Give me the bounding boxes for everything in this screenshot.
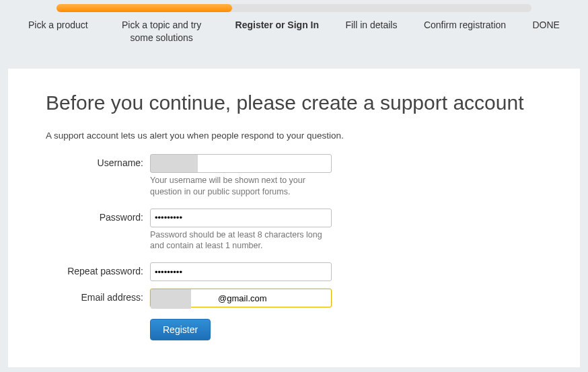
page-subtext: A support account lets us alert you when…: [46, 131, 542, 141]
step-done: DONE: [532, 19, 559, 44]
password-label: Password:: [46, 209, 150, 223]
step-pick-topic: Pick a topic and try some solutions: [114, 19, 209, 44]
email-input[interactable]: [150, 289, 332, 307]
step-confirm: Confirm registration: [424, 19, 506, 44]
step-pick-product: Pick a product: [28, 19, 88, 44]
progress-steps: Pick a product Pick a topic and try some…: [28, 19, 560, 44]
register-button[interactable]: Register: [150, 319, 211, 340]
password-hint: Password should be at least 8 characters…: [150, 229, 332, 252]
repeat-password-input[interactable]: [150, 262, 332, 281]
repeat-password-label: Repeat password:: [46, 262, 150, 276]
step-fill-details: Fill in details: [345, 19, 397, 44]
page-title: Before you continue, please create a sup…: [46, 91, 542, 114]
step-register: Register or Sign In: [235, 19, 319, 44]
progress-track: [57, 4, 531, 12]
username-label: Username:: [46, 154, 150, 168]
email-label: Email address:: [46, 289, 150, 303]
progress-fill: [57, 4, 232, 12]
register-card: Before you continue, please create a sup…: [8, 69, 580, 368]
username-input[interactable]: [150, 154, 332, 173]
username-hint: Your username will be shown next to your…: [150, 175, 332, 198]
password-input[interactable]: [150, 209, 332, 227]
